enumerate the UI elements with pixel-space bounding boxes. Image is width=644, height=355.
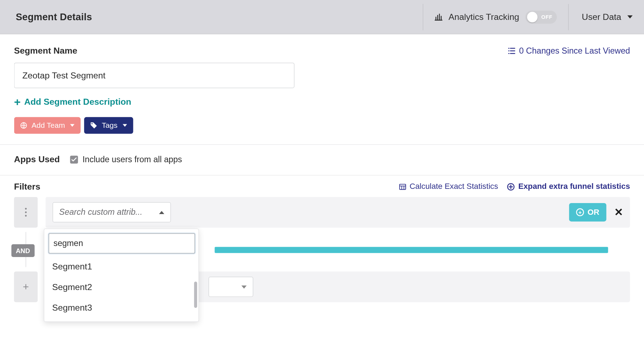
add-filter-button[interactable]: +: [14, 272, 38, 302]
add-description-label: Add Segment Description: [24, 97, 131, 106]
dropdown-option[interactable]: Segment2: [49, 277, 194, 297]
remove-filter-button[interactable]: ✕: [614, 206, 623, 219]
segment-name-label: Segment Name: [14, 45, 78, 55]
calculate-exact-statistics[interactable]: Calculate Exact Statistics: [399, 182, 498, 191]
or-label: OR: [588, 208, 599, 217]
calc-stats-label: Calculate Exact Statistics: [410, 182, 498, 191]
toggle-state: OFF: [541, 14, 553, 20]
filter-drag-handle[interactable]: [14, 197, 38, 228]
dropdown-option[interactable]: Segment3: [49, 297, 194, 318]
attribute-select[interactable]: Search custom attrib...: [52, 202, 171, 223]
include-all-apps-label: Include users from all apps: [83, 154, 182, 164]
page-title: Segment Details: [16, 11, 422, 23]
svg-rect-2: [399, 184, 405, 189]
expand-funnel-statistics[interactable]: Expand extra funnel statistics: [507, 182, 630, 191]
analytics-tracking-label: Analytics Tracking: [449, 12, 519, 22]
user-data-dropdown[interactable]: User Data: [569, 12, 644, 22]
globe-icon: [20, 122, 27, 129]
caret-down-icon: [123, 124, 127, 127]
apps-used-label: Apps Used: [14, 154, 60, 164]
segment-name-input[interactable]: [14, 63, 295, 88]
progress-bar: [215, 247, 608, 253]
list-icon: [508, 47, 516, 54]
plus-circle-icon: +: [576, 208, 584, 216]
chevron-down-icon: [627, 15, 633, 18]
tags-button[interactable]: Tags: [84, 117, 133, 134]
dropdown-option[interactable]: Segment1: [49, 256, 194, 277]
add-team-label: Add Team: [32, 121, 65, 130]
value-select[interactable]: [209, 277, 253, 297]
or-button[interactable]: + OR: [569, 203, 606, 222]
toggle-knob: [527, 12, 538, 22]
tags-label: Tags: [102, 121, 117, 130]
svg-point-1: [91, 123, 93, 124]
plus-circle-icon: [507, 183, 515, 191]
plus-icon: +: [14, 96, 21, 108]
analytics-toggle[interactable]: OFF: [525, 10, 557, 23]
add-team-button[interactable]: Add Team: [14, 117, 81, 134]
analytics-icon: [434, 13, 442, 21]
changes-label: 0 Changes Since Last Viewed: [519, 46, 630, 55]
changes-since-viewed[interactable]: 0 Changes Since Last Viewed: [508, 46, 630, 55]
user-data-label: User Data: [582, 12, 621, 22]
caret-down-icon: [242, 285, 247, 289]
attribute-placeholder: Search custom attrib...: [59, 207, 143, 217]
expand-stats-label: Expand extra funnel statistics: [518, 182, 630, 191]
filters-label: Filters: [14, 181, 40, 191]
caret-down-icon: [70, 124, 74, 127]
and-connector: AND: [11, 244, 34, 257]
add-description-button[interactable]: + Add Segment Description: [14, 96, 630, 108]
tag-icon: [90, 122, 98, 129]
calculator-icon: [399, 184, 406, 190]
scrollbar-thumb[interactable]: [194, 282, 197, 308]
include-all-apps-checkbox[interactable]: [70, 155, 78, 163]
attribute-search-input[interactable]: [49, 233, 195, 253]
caret-up-icon: [159, 211, 164, 214]
attribute-dropdown: Segment1 Segment2 Segment3: [44, 229, 199, 322]
